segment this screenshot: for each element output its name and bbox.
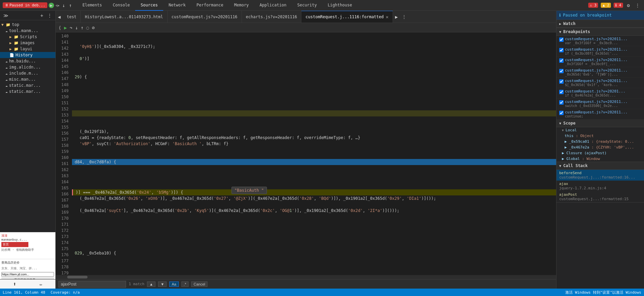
call-loc: customRequest.j...:formatted:15 — [559, 197, 641, 201]
sidebar-toolbar: ≫ + ⋮ — [0, 11, 55, 20]
code-line — [72, 80, 556, 86]
settings-icon[interactable]: ⚙ — [626, 2, 631, 9]
more-icon[interactable]: ⋮ — [634, 2, 641, 9]
breakpoints-header[interactable]: ▼ Breakpoints — [556, 28, 644, 36]
code-content[interactable]: '0yH$')](_0x5a0304, _0x3271c7); 0')]29) … — [72, 32, 556, 275]
tab-history-html[interactable]: HistoryLowest.a...011493273.html — [81, 11, 167, 23]
code-line — [72, 244, 556, 250]
tab-console[interactable]: Console — [107, 0, 135, 11]
tree-item-static1[interactable]: ☁ static.mar... — [0, 82, 55, 88]
tree-item-tool[interactable]: ☁ tool.manm... — [0, 28, 55, 34]
deactivate-bp-icon[interactable]: ◌ — [86, 25, 89, 30]
tab-application[interactable]: Application — [254, 0, 292, 11]
tree-item-img[interactable]: ☁ img.alicdn... — [0, 64, 55, 70]
step-back-icon[interactable]: ⟨ — [58, 25, 61, 30]
bp-checkbox[interactable] — [559, 90, 564, 94]
scope-0x467e2a[interactable]: ▶ _0x467e2a : {CZYVH: 'vBP',... — [556, 144, 644, 150]
tree-item-history[interactable]: 📄 History — [0, 52, 55, 58]
tab-elements[interactable]: Elements — [77, 0, 107, 11]
back-button[interactable]: ⬆ — [13, 281, 16, 287]
code-line — [72, 86, 556, 92]
tree-item-label: static.mar... — [9, 89, 41, 94]
tab-network[interactable]: Network — [163, 0, 191, 11]
scope-header[interactable]: ▼ Scope — [556, 119, 644, 127]
breakpoint-item: customRequest.js?v=202011... switch (_0x… — [556, 99, 644, 109]
watch-header[interactable]: ▶ Watch — [556, 20, 644, 28]
more-options-icon[interactable]: ⋮ — [46, 12, 53, 19]
step-out-icon[interactable]: ↑ — [81, 25, 83, 30]
resume-button[interactable]: ▶ — [49, 3, 54, 8]
tab-memory[interactable]: Memory — [229, 0, 254, 11]
scope-global[interactable]: ▶ Global : Window — [556, 156, 644, 162]
tree-item-top[interactable]: ▼ 📁 top — [0, 22, 55, 28]
tab-performance[interactable]: Performance — [191, 0, 229, 11]
step-out-button[interactable]: ↑ — [69, 3, 74, 8]
regex-button[interactable]: .* — [181, 281, 189, 287]
tab-label: echarts.js?v=20201116 — [246, 15, 297, 19]
tab-sources[interactable]: Sources — [135, 0, 163, 11]
code-line — [72, 147, 556, 153]
tree-item-layui[interactable]: ▶ 📁 layui — [0, 46, 55, 52]
breakpoint-item: customRequest.js?v=202011... _0x365d('0x… — [556, 67, 644, 78]
bp-checkbox[interactable] — [559, 48, 564, 52]
tabs-next-icon[interactable]: ▶ — [393, 14, 400, 20]
bp-checkbox[interactable] — [559, 37, 564, 42]
cancel-search-button[interactable]: Cancel — [191, 281, 207, 287]
scope-this[interactable]: this : Object — [556, 133, 644, 139]
code-line: )] === _0x467e2a[_0x365d('0x24', 'b5Mg')… — [72, 189, 556, 195]
bp-arrow-icon: ▼ — [559, 30, 561, 34]
bp-checkbox[interactable] — [559, 111, 564, 115]
edit-button[interactable]: ✏ — [40, 281, 42, 287]
expand-icon[interactable]: ≫ — [2, 12, 10, 19]
call-fn: ajaxPost — [559, 192, 641, 197]
tab-close-icon[interactable]: ✕ — [386, 14, 389, 20]
match-next-button[interactable]: ▼ — [158, 281, 167, 287]
resume-icon[interactable]: ▶ — [64, 25, 67, 30]
scrollbar-thumb[interactable] — [67, 276, 88, 278]
tab-custom-request-js[interactable]: customRequest.js?v=20201116 — [168, 11, 242, 23]
tab-lighthouse[interactable]: Lighthouse — [322, 0, 357, 11]
pause-on-exception-icon[interactable]: ⊘ — [92, 25, 95, 30]
bp-checkbox[interactable] — [559, 100, 564, 105]
step-over-button[interactable]: ⤼ — [55, 3, 61, 8]
match-prev-button[interactable]: ▲ — [147, 281, 155, 287]
tab-echarts-js[interactable]: echarts.js?v=20201116 — [242, 11, 302, 23]
step-in-icon[interactable]: ↓ — [75, 25, 78, 30]
tabs-more-icon[interactable]: ⋮ — [400, 14, 408, 20]
bp-checkbox[interactable] — [559, 79, 564, 84]
step-over-icon[interactable]: ↷ — [70, 25, 72, 30]
tabs-prev-icon[interactable]: ◀ — [56, 14, 63, 20]
bp-file: customRequest.js?v=202011... — [565, 100, 627, 104]
tree-item-scripts[interactable]: ▶ 📁 Scripts — [0, 34, 55, 40]
tree-item-images[interactable]: ▶ 📁 images — [0, 40, 55, 46]
webpage-preview: 漫漫 manmanbuy.c... 首页 比价网 · 省钱购物助手 — [0, 232, 55, 259]
match-case-button[interactable]: Aa — [169, 281, 178, 287]
step-into-button[interactable]: ↓ — [62, 3, 68, 8]
tree-item-hm[interactable]: ☁ hm.baidu... — [0, 58, 55, 64]
callstack-item[interactable]: ajax jquery-1.7.2.min.js:4 — [556, 181, 644, 191]
tab-custom-formatted[interactable]: customRequest.j...1116:formatted ✕ — [301, 11, 393, 23]
scope-0x59ca01[interactable]: ▶ _0x59ca01 : {readyState: 0... — [556, 139, 644, 144]
code-line — [72, 256, 556, 262]
callstack-header[interactable]: ▼ Call Stack — [556, 162, 644, 170]
horizontal-scrollbar[interactable] — [56, 275, 556, 279]
search-input[interactable] — [58, 281, 126, 288]
pause-icon: ⏸ — [5, 3, 8, 7]
code-line — [72, 68, 556, 74]
callstack-item[interactable]: beforeSend customRequest.j...:formatted:… — [556, 170, 644, 181]
callstack-item[interactable]: ajaxPost customRequest.j...:formatted:15 — [556, 191, 644, 202]
scope-closure[interactable]: ▶ Closure (ajaxPost) — [556, 150, 644, 156]
code-line — [72, 153, 556, 159]
tree-item-static2[interactable]: ☁ static.mar... — [0, 88, 55, 95]
add-folder-icon[interactable]: + — [39, 12, 45, 19]
tree-item-misc[interactable]: ☁ misc.man... — [0, 76, 55, 82]
scope-local[interactable]: Local — [556, 127, 644, 133]
tree-item-include[interactable]: ☁ include.m... — [0, 70, 55, 76]
scope-arrow-icon: ▼ — [559, 122, 561, 125]
tab-test[interactable]: test — [63, 11, 81, 23]
bp-checkbox[interactable] — [559, 69, 564, 73]
scope-section: ▼ Scope Local this : Object ▶ _0x59ca01 … — [556, 119, 644, 162]
url-input[interactable] — [1, 272, 54, 277]
bp-checkbox[interactable] — [559, 58, 564, 63]
tab-security[interactable]: Security — [292, 0, 322, 11]
